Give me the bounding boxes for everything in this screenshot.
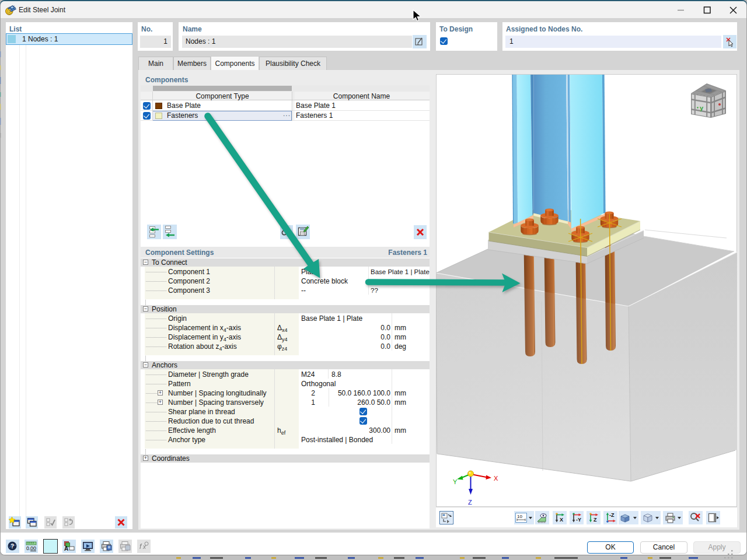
svg-text:Z: Z <box>594 517 597 523</box>
svg-text:x: x <box>142 544 146 550</box>
svg-text:-Z: -Z <box>609 512 615 518</box>
svg-text:A: A <box>64 545 68 552</box>
svg-text:10: 10 <box>517 514 522 519</box>
svg-text:?: ? <box>11 543 14 550</box>
svg-text:y: y <box>700 104 704 111</box>
svg-text:Z: Z <box>468 499 472 506</box>
svg-text:00: 00 <box>30 545 36 551</box>
svg-text:Y: Y <box>453 478 458 485</box>
svg-text:-Y: -Y <box>576 517 581 523</box>
svg-text:6: 6 <box>8 8 11 15</box>
svg-text:f: f <box>139 542 142 551</box>
svg-text:X: X <box>560 517 563 523</box>
svg-text:X: X <box>494 475 498 482</box>
